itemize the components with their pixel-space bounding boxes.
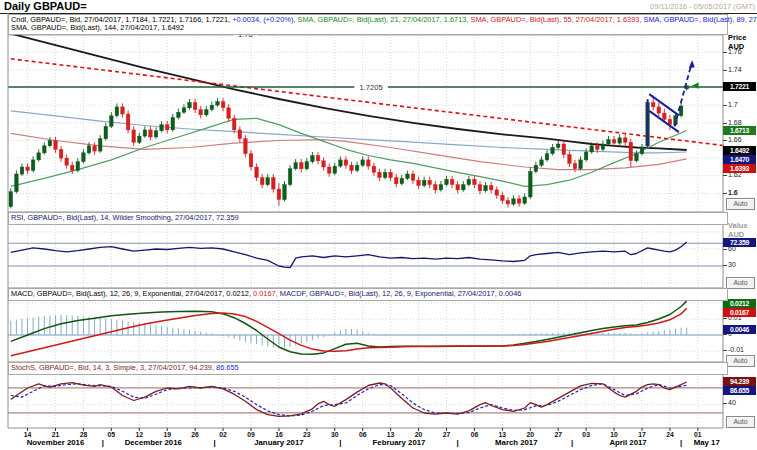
candle-body <box>76 162 80 171</box>
candle-body <box>59 149 63 158</box>
candle-body <box>663 113 667 119</box>
x-axis-day-label: 13 <box>387 431 395 438</box>
candle-body <box>54 141 58 150</box>
candle-body <box>618 138 622 143</box>
price-auto-scale-button[interactable]: Auto <box>726 198 755 210</box>
candle-body <box>48 141 52 146</box>
candle-body <box>165 125 169 130</box>
legend-line-sma144: SMA, GBPAUD=, Bid(Last), 144, 27/04/2017… <box>11 24 725 32</box>
candle-body <box>467 179 471 184</box>
candle-body <box>126 114 130 130</box>
candle-body <box>456 185 460 190</box>
rsi-auto-scale-button[interactable]: Auto <box>726 277 755 289</box>
candle-body <box>171 118 175 130</box>
x-axis-day-label: 14 <box>24 431 32 438</box>
candle-body <box>434 185 438 190</box>
candle-body <box>193 103 197 110</box>
chart-canvas[interactable]: 1.781.7205 <box>0 0 757 450</box>
candle-body <box>26 167 30 171</box>
candle-body <box>545 154 549 160</box>
candle-body <box>517 199 521 203</box>
sma144-line <box>11 34 687 150</box>
x-axis-day-label: 16 <box>275 431 283 438</box>
candle-body <box>227 108 231 119</box>
candle-body <box>272 178 276 190</box>
candle-body <box>305 162 309 169</box>
x-axis-day-label: 27 <box>554 431 562 438</box>
x-axis-day-label: 20 <box>527 431 535 438</box>
x-axis-day-label: 30 <box>331 431 339 438</box>
candle-body <box>255 167 259 178</box>
x-axis-month-label: May 17 <box>694 438 720 447</box>
candle-body <box>556 144 560 148</box>
x-axis-day-label: 23 <box>303 431 311 438</box>
x-axis-day-label: 26 <box>191 431 199 438</box>
candle-body <box>428 180 432 184</box>
candle-body <box>115 107 119 116</box>
stoch-auto-scale-button[interactable]: Auto <box>726 416 755 428</box>
x-axis-month-label: January 2017 <box>254 438 303 447</box>
candle-body <box>221 102 225 108</box>
x-axis-day-label: 12 <box>135 431 143 438</box>
candle-body <box>417 180 421 185</box>
candle-body <box>300 163 304 169</box>
macd-auto-scale-button[interactable]: Auto <box>726 355 755 367</box>
candle-body <box>367 160 371 166</box>
legend-segment: MACDF, GBPAUD=, Bid(Last), 12, 26, 9, Ex… <box>280 289 522 298</box>
rsi-legend: RSI, GBPAUD=, Bid(Last), 14, Wilder Smoo… <box>8 212 728 225</box>
x-axis-month-separator: | <box>680 438 682 447</box>
x-axis-day-label: 10 <box>610 431 618 438</box>
candle-body <box>238 130 242 139</box>
x-axis-month-separator: | <box>339 438 341 447</box>
candle-body <box>450 179 454 184</box>
candle-body <box>462 185 466 190</box>
candle-body <box>445 179 449 184</box>
candle-body <box>540 160 544 165</box>
candle-body <box>210 105 214 109</box>
candle-body <box>232 118 236 129</box>
x-axis-day-label: 02 <box>219 431 227 438</box>
legend-segment: 86.655 <box>216 363 239 372</box>
time-axis[interactable]: 1421280512192602091623300613202706132027… <box>0 428 757 450</box>
candle-body <box>584 152 588 160</box>
candle-body <box>623 138 627 142</box>
x-axis-day-label: 20 <box>415 431 423 438</box>
legend-segment: SMA, GBPAUD=, Bid(Last), 144, 27/04/2017… <box>11 23 184 32</box>
legend-segment: MACD, GBPAUD=, Bid(Last), 12, 26, 9, Exp… <box>11 289 253 298</box>
candle-body <box>98 139 102 151</box>
macd-legend: MACD, GBPAUD=, Bid(Last), 12, 26, 9, Exp… <box>8 288 728 301</box>
stoch-legend: StochS, GBPAUD=, Bid, 14, 3, Simple, 3, … <box>8 362 728 375</box>
candle-body <box>199 110 203 115</box>
candle-body <box>529 171 533 197</box>
x-axis-month-label: November 2016 <box>27 438 85 447</box>
projection-arrowhead <box>689 60 695 68</box>
candle-body <box>154 131 158 137</box>
candle-body <box>132 130 136 142</box>
candle-body <box>143 130 147 136</box>
x-axis-month-label: December 2016 <box>125 438 182 447</box>
candle-body <box>121 107 125 114</box>
x-axis-day-label: 03 <box>582 431 590 438</box>
x-axis-day-label: 13 <box>499 431 507 438</box>
candle-body <box>629 142 633 161</box>
candle-body <box>473 179 477 184</box>
legend-segment: +0.0034, (+0.20%), <box>232 15 297 24</box>
x-axis-month-label: April 2017 <box>609 438 646 447</box>
candle-body <box>635 154 639 161</box>
x-axis-day-label: 27 <box>443 431 451 438</box>
candle-body <box>333 166 337 173</box>
candle-body <box>378 172 382 177</box>
x-axis-month-label: February 2017 <box>373 438 426 447</box>
candle-body <box>294 163 298 169</box>
legend-segment: SMA, GBPAUD=, Bid(Last), 55, 27/04/2017,… <box>471 15 644 24</box>
candle-body <box>149 130 153 137</box>
x-axis-day-label: 21 <box>52 431 60 438</box>
stoch-d-line <box>11 384 687 416</box>
x-axis-day-label: 06 <box>359 431 367 438</box>
candle-body <box>534 165 538 171</box>
legend-segment: SMA, GBPAUD=, Bid(Last), 21, 27/04/2017,… <box>297 15 470 24</box>
legend-segment: 0.0167, <box>253 289 280 298</box>
candle-body <box>568 155 572 164</box>
x-axis-day-label: 05 <box>108 431 116 438</box>
candle-body <box>249 154 253 167</box>
